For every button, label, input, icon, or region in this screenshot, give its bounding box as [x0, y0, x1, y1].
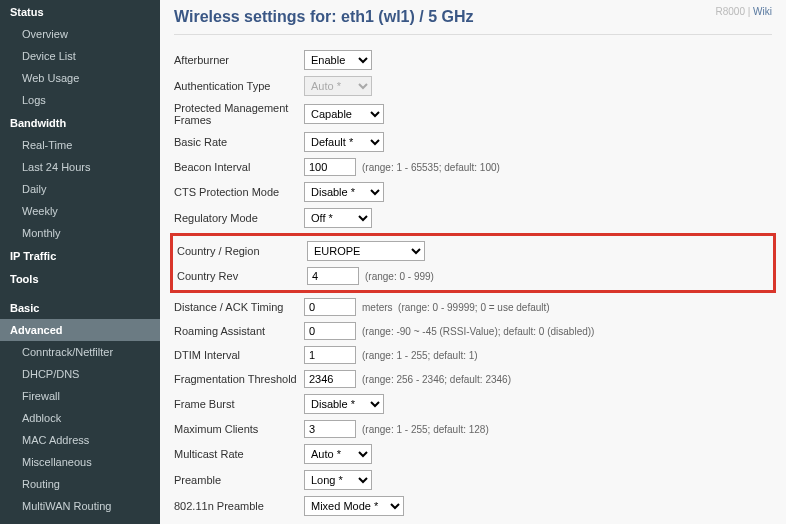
protframes-label: Protected Management Frames: [174, 102, 304, 126]
nav-header-iptraffic[interactable]: IP Traffic: [0, 244, 160, 267]
country-select[interactable]: EUROPE: [307, 241, 425, 261]
authtype-select: Auto *: [304, 76, 372, 96]
roaming-label: Roaming Assistant: [174, 325, 304, 337]
regmode-label: Regulatory Mode: [174, 212, 304, 224]
nav-conntrack[interactable]: Conntrack/Netfilter: [0, 341, 160, 363]
beacon-hint: (range: 1 - 65535; default: 100): [362, 162, 500, 173]
sidebar: Status Overview Device List Web Usage Lo…: [0, 0, 160, 524]
main-content: R8000 | Wiki Wireless settings for: eth1…: [160, 0, 786, 524]
frag-label: Fragmentation Threshold: [174, 373, 304, 385]
frag-input[interactable]: [304, 370, 356, 388]
nav-misc[interactable]: Miscellaneous: [0, 451, 160, 473]
frameburst-select[interactable]: Disable *: [304, 394, 384, 414]
frameburst-label: Frame Burst: [174, 398, 304, 410]
highlight-box: Country / RegionEUROPE Country Rev(range…: [170, 233, 776, 293]
beacon-label: Beacon Interval: [174, 161, 304, 173]
basicrate-select[interactable]: Default *: [304, 132, 384, 152]
countryrev-label: Country Rev: [177, 270, 307, 282]
npreamble-select[interactable]: Mixed Mode *: [304, 496, 404, 516]
nav-device-list[interactable]: Device List: [0, 45, 160, 67]
nav-dhcp-dns[interactable]: DHCP/DNS: [0, 363, 160, 385]
model-label: R8000: [715, 6, 744, 17]
dtim-input[interactable]: [304, 346, 356, 364]
authtype-label: Authentication Type: [174, 80, 304, 92]
afterburner-select[interactable]: Enable: [304, 50, 372, 70]
nav-routing[interactable]: Routing: [0, 473, 160, 495]
page-title: Wireless settings for: eth1 (wl1) / 5 GH…: [174, 8, 772, 35]
nav-header-bandwidth: Bandwidth: [0, 111, 160, 134]
npreamble-label: 802.11n Preamble: [174, 500, 304, 512]
nav-overview[interactable]: Overview: [0, 23, 160, 45]
nav-last24[interactable]: Last 24 Hours: [0, 156, 160, 178]
basicrate-label: Basic Rate: [174, 136, 304, 148]
maxclients-label: Maximum Clients: [174, 423, 304, 435]
multicast-select[interactable]: Auto *: [304, 444, 372, 464]
nav-header-tools[interactable]: Tools: [0, 267, 160, 290]
nav-mac-address[interactable]: MAC Address: [0, 429, 160, 451]
countryrev-hint: (range: 0 - 999): [365, 271, 434, 282]
nav-header-advanced[interactable]: Advanced: [0, 319, 160, 341]
nav-daily[interactable]: Daily: [0, 178, 160, 200]
nav-header-basic[interactable]: Basic: [0, 296, 160, 319]
cts-label: CTS Protection Mode: [174, 186, 304, 198]
top-right-links: R8000 | Wiki: [715, 6, 772, 17]
roaming-hint: (range: -90 ~ -45 (RSSI-Value); default:…: [362, 326, 594, 337]
distance-input[interactable]: [304, 298, 356, 316]
nav-web-usage[interactable]: Web Usage: [0, 67, 160, 89]
nav-header-status: Status: [0, 0, 160, 23]
nav-monthly[interactable]: Monthly: [0, 222, 160, 244]
regmode-select[interactable]: Off *: [304, 208, 372, 228]
maxclients-hint: (range: 1 - 255; default: 128): [362, 424, 489, 435]
cts-select[interactable]: Disable *: [304, 182, 384, 202]
protframes-select[interactable]: Capable: [304, 104, 384, 124]
multicast-label: Multicast Rate: [174, 448, 304, 460]
distance-label: Distance / ACK Timing: [174, 301, 304, 313]
nav-multiwan[interactable]: MultiWAN Routing: [0, 495, 160, 517]
frag-hint: (range: 256 - 2346; default: 2346): [362, 374, 511, 385]
dtim-label: DTIM Interval: [174, 349, 304, 361]
distance-hint: meters (range: 0 - 99999; 0 = use defaul…: [362, 302, 550, 313]
country-label: Country / Region: [177, 245, 307, 257]
beacon-input[interactable]: [304, 158, 356, 176]
nav-firewall[interactable]: Firewall: [0, 385, 160, 407]
nav-adblock[interactable]: Adblock: [0, 407, 160, 429]
maxclients-input[interactable]: [304, 420, 356, 438]
nav-realtime[interactable]: Real-Time: [0, 134, 160, 156]
nav-tor[interactable]: TOR Project: [0, 517, 160, 524]
wiki-link[interactable]: Wiki: [753, 6, 772, 17]
nav-logs[interactable]: Logs: [0, 89, 160, 111]
preamble-label: Preamble: [174, 474, 304, 486]
nav-weekly[interactable]: Weekly: [0, 200, 160, 222]
afterburner-label: Afterburner: [174, 54, 304, 66]
preamble-select[interactable]: Long *: [304, 470, 372, 490]
roaming-input[interactable]: [304, 322, 356, 340]
countryrev-input[interactable]: [307, 267, 359, 285]
dtim-hint: (range: 1 - 255; default: 1): [362, 350, 478, 361]
